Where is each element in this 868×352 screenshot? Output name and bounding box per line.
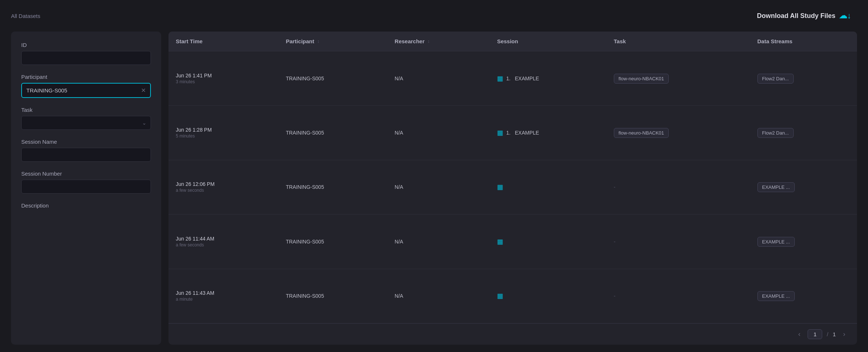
task-empty: - [614,239,616,245]
session-copy-icon: ▦ [497,74,503,82]
start-time-sub: a few seconds [176,188,271,193]
id-label: ID [21,42,151,48]
cell-start-time: Jun 26 12:06 PMa few seconds [168,160,278,214]
start-time-sub: a minute [176,297,271,302]
cell-start-time: Jun 26 11:43 AMa minute [168,269,278,323]
session-number: 1. [506,130,511,136]
task-select-wrapper: Task A Task B ⌄ [21,116,151,130]
download-cloud-icon: ☁↓ [839,11,851,21]
stream-badge[interactable]: EXAMPLE ... [757,182,795,192]
task-select[interactable]: Task A Task B [21,116,151,130]
session-number-field: Session Number [21,170,151,194]
session-number: 1. [506,76,511,81]
cell-task: - [607,269,750,323]
cell-data-streams: Flow2 Dan... [750,51,857,106]
cell-researcher: N/A [387,214,490,269]
cell-data-streams: EXAMPLE ... [750,214,857,269]
next-page-button[interactable]: › [840,329,848,340]
session-copy-icon: ▦ [497,292,503,300]
th-data-streams: Data Streams [750,32,857,51]
session-copy-icon: ▦ [497,238,503,246]
cell-start-time: Jun 26 1:28 PM5 minutes [168,106,278,160]
table-row[interactable]: Jun 26 11:44 AMa few secondsTRAINING-S00… [168,214,857,269]
prev-page-button[interactable]: ‹ [795,329,803,340]
cell-researcher: N/A [387,106,490,160]
cell-data-streams: EXAMPLE ... [750,160,857,214]
start-time-main: Jun 26 1:28 PM [176,127,271,133]
session-name: EXAMPLE [513,130,539,136]
task-badge[interactable]: flow-neuro-NBACK01 [614,74,669,84]
task-label: Task [21,107,151,113]
task-empty: - [614,184,616,190]
start-time-sub: 5 minutes [176,133,271,139]
start-time-sub: 3 minutes [176,79,271,84]
page-separator: / [827,331,828,337]
cell-session: ▦1. EXAMPLE [490,106,607,160]
session-copy-icon: ▦ [497,129,503,137]
participant-input-box[interactable]: TRAINING-S005 ✕ [21,83,151,98]
cell-session: ▦1. EXAMPLE [490,51,607,106]
table-row[interactable]: Jun 26 1:28 PM5 minutesTRAINING-S005N/A▦… [168,106,857,160]
session-name-field: Session Name [21,139,151,162]
current-page-number[interactable]: 1 [808,329,822,339]
table-header-row: Start Time Participant ↕ Researcher ↕ [168,32,857,51]
description-label: Description [21,202,151,209]
sort-researcher-icon: ↕ [427,39,430,44]
pagination-bar: ‹ 1 / 1 › [168,323,857,345]
cell-participant: TRAINING-S005 [278,106,387,160]
start-time-main: Jun 26 11:43 AM [176,290,271,296]
cell-task: - [607,214,750,269]
total-pages: 1 [833,331,836,337]
start-time-main: Jun 26 1:41 PM [176,73,271,78]
cell-researcher: N/A [387,51,490,106]
session-number-label: Session Number [21,170,151,177]
id-input[interactable] [21,51,151,65]
participant-label: Participant [21,74,151,80]
cell-data-streams: EXAMPLE ... [750,269,857,323]
sort-participant-icon: ↕ [317,39,319,44]
data-table: Start Time Participant ↕ Researcher ↕ [168,32,857,323]
start-time-sub: a few seconds [176,242,271,247]
cell-data-streams: Flow2 Dan... [750,106,857,160]
th-researcher[interactable]: Researcher ↕ [387,32,490,51]
start-time-main: Jun 26 11:44 AM [176,236,271,242]
session-name: EXAMPLE [513,76,539,81]
session-name-label: Session Name [21,139,151,145]
cell-start-time: Jun 26 1:41 PM3 minutes [168,51,278,106]
download-all-button[interactable]: Download All Study Files ☁↓ [751,7,857,24]
cell-researcher: N/A [387,269,490,323]
stream-badge[interactable]: Flow2 Dan... [757,74,794,84]
cell-participant: TRAINING-S005 [278,160,387,214]
task-empty: - [614,293,616,299]
table-row[interactable]: Jun 26 12:06 PMa few secondsTRAINING-S00… [168,160,857,214]
top-bar: All Datasets Download All Study Files ☁↓ [11,7,857,24]
th-session: Session [490,32,607,51]
session-copy-icon: ▦ [497,183,503,191]
task-badge[interactable]: flow-neuro-NBACK01 [614,128,669,138]
task-field: Task Task A Task B ⌄ [21,107,151,130]
session-number-input[interactable] [21,180,151,194]
table-row[interactable]: Jun 26 11:43 AMa minuteTRAINING-S005N/A▦… [168,269,857,323]
stream-badge[interactable]: EXAMPLE ... [757,291,795,301]
cell-participant: TRAINING-S005 [278,214,387,269]
cell-session: ▦ [490,160,607,214]
cell-start-time: Jun 26 11:44 AMa few seconds [168,214,278,269]
session-name-input[interactable] [21,148,151,162]
table-panel: Start Time Participant ↕ Researcher ↕ [168,32,857,345]
th-participant[interactable]: Participant ↕ [278,32,387,51]
description-field: Description [21,202,151,209]
download-label: Download All Study Files [757,12,835,20]
th-task: Task [607,32,750,51]
cell-session: ▦ [490,269,607,323]
th-start-time: Start Time [168,32,278,51]
cell-researcher: N/A [387,160,490,214]
clear-participant-icon[interactable]: ✕ [141,88,146,94]
stream-badge[interactable]: EXAMPLE ... [757,237,795,247]
cell-task: - [607,160,750,214]
table-row[interactable]: Jun 26 1:41 PM3 minutesTRAINING-S005N/A▦… [168,51,857,106]
breadcrumb: All Datasets [11,13,40,19]
stream-badge[interactable]: Flow2 Dan... [757,128,794,138]
main-area: ID Participant TRAINING-S005 ✕ Task Task… [11,32,857,345]
cell-task: flow-neuro-NBACK01 [607,106,750,160]
id-field: ID [21,42,151,65]
